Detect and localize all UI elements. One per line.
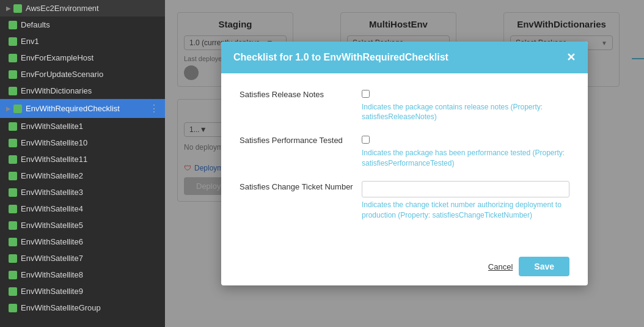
sidebar-item-label: EnvWithSatellite5 <box>21 221 83 230</box>
sidebar-item-envwithsatellite11[interactable]: EnvWithSatellite11 <box>0 151 165 167</box>
sidebar-item-env1[interactable]: Env1 <box>0 33 165 50</box>
performance-label: Satisfies Performance Tested <box>240 134 362 145</box>
sidebar-item-label: AwsEc2Environment <box>26 4 99 13</box>
sidebar-item-label: EnvWithSatellite6 <box>21 237 83 246</box>
env-icon <box>9 238 17 246</box>
env-icon <box>9 37 17 46</box>
modal-close-button[interactable]: ✕ <box>566 51 576 64</box>
checklist-row-performance: Satisfies Performance Tested Indicates t… <box>240 134 569 169</box>
sidebar-item-defaults[interactable]: Defaults <box>0 17 165 33</box>
sidebar-item-envwithsatellite9[interactable]: EnvWithSatellite9 <box>0 283 165 299</box>
modal-overlay: Checklist for 1.0 to EnvWithRequiredChec… <box>165 0 644 327</box>
checklist-row-release-notes: Satisfies Release Notes Indicates the pa… <box>240 89 569 123</box>
sidebar-item-label: EnvWithSatellite3 <box>21 188 83 197</box>
env-icon <box>9 254 17 263</box>
sidebar-item-label: EnvWithSatellite10 <box>21 138 87 147</box>
env-icon <box>9 205 17 213</box>
sidebar-item-label: EnvWithSatellite1 <box>21 122 83 131</box>
sidebar-item-label: EnvWithSatellite9 <box>21 287 83 296</box>
env-icon <box>9 139 17 147</box>
env-icon <box>9 21 17 29</box>
performance-checkbox[interactable] <box>362 136 370 144</box>
env-icon <box>9 287 17 296</box>
env-icon <box>9 172 17 180</box>
sidebar-item-envwithsatellite1[interactable]: EnvWithSatellite1 <box>0 118 165 134</box>
modal-body: Satisfies Release Notes Indicates the pa… <box>221 73 588 248</box>
ticket-label: Satisfies Change Ticket Number <box>240 181 362 191</box>
expand-arrow-icon: ▶ <box>6 105 11 112</box>
sidebar-item-label: EnvWithSatellite2 <box>21 171 83 180</box>
main-content: Staging 1.0 (currently deploye... ▼ Last… <box>165 0 644 327</box>
env-icon <box>9 221 17 230</box>
sidebar-item-envwithsatellite10[interactable]: EnvWithSatellite10 <box>0 134 165 151</box>
sidebar: ▶AwsEc2Environment Defaults Env1 EnvForE… <box>0 0 165 327</box>
sidebar-item-label: EnvWithSatelliteGroup <box>21 303 101 312</box>
expand-arrow-icon: ▶ <box>6 5 11 12</box>
sidebar-item-label: EnvForExampleHost <box>21 53 93 62</box>
sidebar-item-label: EnvWithDictionaries <box>21 86 92 95</box>
performance-right: Indicates the package has been performan… <box>362 134 569 169</box>
env-icon <box>9 304 17 312</box>
env-icon <box>9 271 17 279</box>
ticket-right: Indicates the change ticket number autho… <box>362 181 569 221</box>
sidebar-item-envwithsatellitegroup[interactable]: EnvWithSatelliteGroup <box>0 299 165 316</box>
modal-footer: Cancel Save <box>221 248 588 285</box>
sidebar-item-envwithsatellite2[interactable]: EnvWithSatellite2 <box>0 167 165 184</box>
sidebar-item-envwithdictionaries[interactable]: EnvWithDictionaries <box>0 83 165 99</box>
sidebar-item-label: EnvWithSatellite4 <box>21 204 83 213</box>
env-icon <box>9 70 17 79</box>
modal-header: Checklist for 1.0 to EnvWithRequiredChec… <box>221 42 588 73</box>
env-icon <box>13 4 22 13</box>
env-icon <box>9 155 17 164</box>
release-notes-label: Satisfies Release Notes <box>240 89 362 99</box>
sidebar-item-envwithsatellite7[interactable]: EnvWithSatellite7 <box>0 250 165 266</box>
sidebar-item-label: EnvWithSatellite11 <box>21 155 87 164</box>
release-notes-desc: Indicates the package contains release n… <box>362 102 569 123</box>
sidebar-item-envwithrequiredchecklist[interactable]: ▶EnvWithRequiredChecklist⋮ <box>0 99 165 118</box>
cancel-button[interactable]: Cancel <box>488 257 513 276</box>
ticket-desc: Indicates the change ticket number autho… <box>362 200 569 221</box>
checklist-modal: Checklist for 1.0 to EnvWithRequiredChec… <box>221 42 588 286</box>
sidebar-item-envforupdatescenario[interactable]: EnvForUpdateScenario <box>0 66 165 83</box>
ticket-input[interactable] <box>362 181 569 197</box>
env-icon <box>9 87 17 95</box>
sidebar-item-label: Env1 <box>21 37 39 46</box>
sidebar-item-envwithsatellite8[interactable]: EnvWithSatellite8 <box>0 266 165 283</box>
sidebar-item-envwithsatellite6[interactable]: EnvWithSatellite6 <box>0 233 165 250</box>
sidebar-item-label: EnvWithSatellite8 <box>21 270 83 279</box>
sidebar-item-envwithsatellite4[interactable]: EnvWithSatellite4 <box>0 200 165 217</box>
sidebar-item-label: Defaults <box>21 20 50 29</box>
env-icon <box>13 105 22 113</box>
release-notes-checkbox[interactable] <box>362 90 370 98</box>
sidebar-item-label: EnvWithSatellite7 <box>21 254 83 263</box>
env-icon <box>9 54 17 62</box>
sidebar-item-label: EnvWithRequiredChecklist <box>26 104 120 113</box>
performance-desc: Indicates the package has been performan… <box>362 148 569 169</box>
release-notes-right: Indicates the package contains release n… <box>362 89 569 123</box>
sidebar-item-label: EnvForUpdateScenario <box>21 70 103 79</box>
env-icon <box>9 122 17 131</box>
modal-title: Checklist for 1.0 to EnvWithRequiredChec… <box>233 52 448 63</box>
sidebar-item-envwithsatellite3[interactable]: EnvWithSatellite3 <box>0 184 165 200</box>
sidebar-item-envforexamplehost[interactable]: EnvForExampleHost <box>0 50 165 66</box>
sidebar-item-dots-menu[interactable]: ⋮ <box>149 103 159 114</box>
sidebar-item-awsec2environment[interactable]: ▶AwsEc2Environment <box>0 0 165 17</box>
env-icon <box>9 188 17 197</box>
sidebar-item-envwithsatellite5[interactable]: EnvWithSatellite5 <box>0 217 165 233</box>
checklist-row-ticket: Satisfies Change Ticket Number Indicates… <box>240 181 569 221</box>
save-button[interactable]: Save <box>519 257 569 276</box>
